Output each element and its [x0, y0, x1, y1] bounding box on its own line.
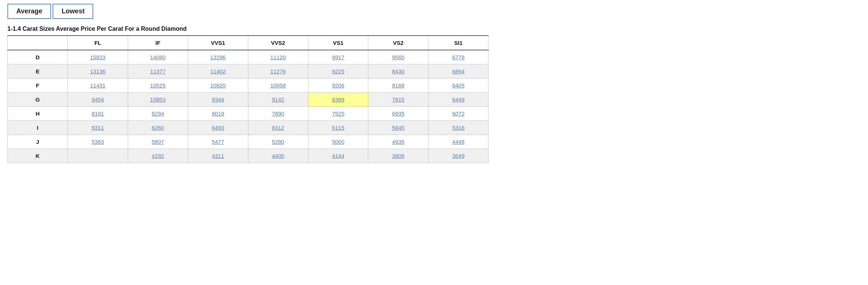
link-F-VS2[interactable]: 8168	[392, 82, 404, 89]
link-D-VVS1[interactable]: 13296	[210, 54, 226, 60]
cell-K-SI1[interactable]: 3649	[428, 149, 488, 163]
cell-E-VVS2[interactable]: 11276	[248, 64, 308, 79]
link-K-IF[interactable]: 4292	[152, 153, 164, 159]
link-D-IF[interactable]: 14080	[150, 54, 166, 60]
cell-I-VVS2[interactable]: 6312	[248, 121, 308, 135]
link-G-VS2[interactable]: 7815	[392, 96, 404, 103]
cell-I-IF[interactable]: 6260	[128, 121, 188, 135]
link-J-FL[interactable]: 5383	[91, 139, 104, 145]
cell-H-FL[interactable]: 8191	[68, 107, 128, 121]
link-F-VS1[interactable]: 9206	[332, 82, 344, 89]
link-H-SI1[interactable]: 6072	[452, 110, 465, 117]
cell-I-VS2[interactable]: 5845	[368, 121, 428, 135]
link-G-VVS1[interactable]: 9344	[212, 96, 224, 103]
link-J-VVS2[interactable]: 5280	[272, 139, 284, 145]
cell-D-VVS2[interactable]: 11120	[248, 50, 308, 64]
link-E-FL[interactable]: 13136	[90, 68, 105, 74]
link-F-FL[interactable]: 11431	[90, 82, 105, 89]
link-H-IF[interactable]: 8294	[152, 110, 164, 117]
link-G-FL[interactable]: 9454	[91, 96, 104, 103]
cell-G-FL[interactable]: 9454	[68, 93, 128, 107]
cell-H-VS2[interactable]: 6935	[368, 107, 428, 121]
link-H-VS1[interactable]: 7525	[332, 110, 344, 117]
cell-G-VVS1[interactable]: 9344	[188, 93, 248, 107]
cell-G-VS1[interactable]: 8368	[308, 93, 368, 107]
link-E-SI1[interactable]: 6894	[452, 68, 465, 74]
cell-F-SI1[interactable]: 6405	[428, 79, 488, 93]
cell-K-VVS1[interactable]: 4311	[188, 149, 248, 163]
link-D-VS2[interactable]: 9565	[392, 54, 404, 60]
cell-D-IF[interactable]: 14080	[128, 50, 188, 64]
cell-E-VS2[interactable]: 8430	[368, 64, 428, 79]
cell-J-FL[interactable]: 5383	[68, 135, 128, 149]
cell-D-FL[interactable]: 15823	[68, 50, 128, 64]
cell-I-FL[interactable]: 6311	[68, 121, 128, 135]
link-J-VS1[interactable]: 5000	[332, 139, 344, 145]
cell-F-VVS1[interactable]: 10820	[188, 79, 248, 93]
link-I-VVS2[interactable]: 6312	[272, 125, 284, 131]
link-K-VVS1[interactable]: 4311	[212, 153, 224, 159]
cell-G-VS2[interactable]: 7815	[368, 93, 428, 107]
cell-F-VVS2[interactable]: 10058	[248, 79, 308, 93]
link-E-VS1[interactable]: 9225	[332, 68, 344, 74]
cell-F-IF[interactable]: 10525	[128, 79, 188, 93]
link-F-SI1[interactable]: 6405	[452, 82, 465, 89]
link-F-VVS2[interactable]: 10058	[270, 82, 286, 89]
cell-J-IF[interactable]: 5807	[128, 135, 188, 149]
link-G-VVS2[interactable]: 9142	[272, 96, 284, 103]
cell-D-VS1[interactable]: 9917	[308, 50, 368, 64]
cell-I-VVS1[interactable]: 6493	[188, 121, 248, 135]
link-H-FL[interactable]: 8191	[91, 110, 104, 117]
cell-E-VVS1[interactable]: 11402	[188, 64, 248, 79]
cell-J-VS2[interactable]: 4935	[368, 135, 428, 149]
cell-K-VS1[interactable]: 4144	[308, 149, 368, 163]
cell-E-IF[interactable]: 11377	[128, 64, 188, 79]
cell-E-SI1[interactable]: 6894	[428, 64, 488, 79]
link-K-VVS2[interactable]: 4400	[272, 153, 284, 159]
link-H-VS2[interactable]: 6935	[392, 110, 404, 117]
cell-J-VS1[interactable]: 5000	[308, 135, 368, 149]
link-J-VS2[interactable]: 4935	[392, 139, 404, 145]
link-I-FL[interactable]: 6311	[91, 125, 104, 131]
link-K-VS2[interactable]: 3808	[392, 153, 404, 159]
link-K-SI1[interactable]: 3649	[452, 153, 465, 159]
cell-G-VVS2[interactable]: 9142	[248, 93, 308, 107]
link-I-VS1[interactable]: 6115	[332, 125, 344, 131]
link-E-VS2[interactable]: 8430	[392, 68, 404, 74]
cell-D-VVS1[interactable]: 13296	[188, 50, 248, 64]
link-D-VS1[interactable]: 9917	[332, 54, 344, 60]
cell-H-VVS2[interactable]: 7890	[248, 107, 308, 121]
cell-H-VVS1[interactable]: 8018	[188, 107, 248, 121]
tab-average[interactable]: Average	[7, 4, 51, 19]
link-I-SI1[interactable]: 5318	[452, 125, 465, 131]
cell-H-SI1[interactable]: 6072	[428, 107, 488, 121]
cell-F-VS2[interactable]: 8168	[368, 79, 428, 93]
cell-D-VS2[interactable]: 9565	[368, 50, 428, 64]
cell-J-SI1[interactable]: 4448	[428, 135, 488, 149]
cell-G-IF[interactable]: 10853	[128, 93, 188, 107]
link-J-IF[interactable]: 5807	[152, 139, 164, 145]
link-H-VVS1[interactable]: 8018	[212, 110, 224, 117]
link-G-VS1[interactable]: 8368	[332, 96, 344, 103]
link-D-FL[interactable]: 15823	[90, 54, 105, 60]
cell-K-VS2[interactable]: 3808	[368, 149, 428, 163]
link-E-VVS2[interactable]: 11276	[270, 68, 286, 74]
link-E-IF[interactable]: 11377	[150, 68, 166, 74]
link-D-SI1[interactable]: 6778	[452, 54, 465, 60]
cell-D-SI1[interactable]: 6778	[428, 50, 488, 64]
link-F-IF[interactable]: 10525	[150, 82, 166, 89]
link-H-VVS2[interactable]: 7890	[272, 110, 284, 117]
cell-J-VVS1[interactable]: 5477	[188, 135, 248, 149]
tab-lowest[interactable]: Lowest	[53, 4, 93, 19]
cell-E-VS1[interactable]: 9225	[308, 64, 368, 79]
link-J-SI1[interactable]: 4448	[452, 139, 465, 145]
cell-I-VS1[interactable]: 6115	[308, 121, 368, 135]
link-G-IF[interactable]: 10853	[150, 96, 166, 103]
cell-H-VS1[interactable]: 7525	[308, 107, 368, 121]
cell-I-SI1[interactable]: 5318	[428, 121, 488, 135]
link-E-VVS1[interactable]: 11402	[210, 68, 226, 74]
link-I-VS2[interactable]: 5845	[392, 125, 404, 131]
link-K-VS1[interactable]: 4144	[332, 153, 344, 159]
cell-E-FL[interactable]: 13136	[68, 64, 128, 79]
cell-J-VVS2[interactable]: 5280	[248, 135, 308, 149]
